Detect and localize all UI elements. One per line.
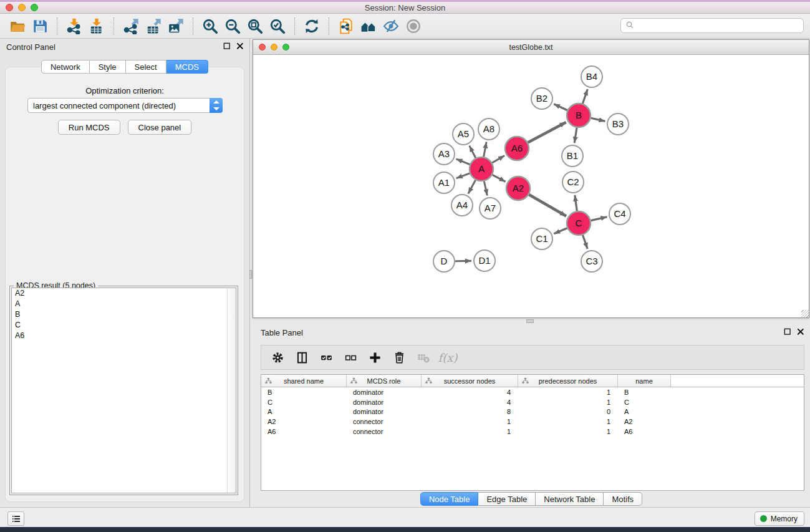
show-all-button[interactable] <box>402 16 425 36</box>
mcds-result-item[interactable]: A <box>12 299 236 309</box>
zoom-fit-button[interactable] <box>244 16 266 36</box>
graph-node-A7[interactable]: A7 <box>480 198 501 219</box>
graph-node-C[interactable]: C <box>567 211 591 235</box>
float-panel-button[interactable] <box>223 42 231 51</box>
function-builder-button[interactable]: f(x) <box>438 348 458 367</box>
tab-network[interactable]: Network <box>41 60 90 74</box>
table-row[interactable]: Adominator80A <box>261 407 804 417</box>
export-network-button[interactable] <box>120 16 142 36</box>
table-row[interactable]: Cdominator41C <box>261 397 804 407</box>
run-mcds-button[interactable]: Run MCDS <box>58 120 120 135</box>
table-cell[interactable]: 1 <box>518 397 618 407</box>
apply-layout-button[interactable] <box>301 16 323 36</box>
zoom-in-button[interactable] <box>199 16 221 36</box>
memory-button[interactable]: Memory <box>755 511 804 526</box>
mcds-result-item[interactable]: A2 <box>12 288 236 299</box>
tab-network-table[interactable]: Network Table <box>536 492 604 506</box>
export-table-button[interactable] <box>142 16 165 36</box>
network-canvas[interactable]: AA1A2A3A4A5A6A7A8BB1B2B3B4CC1C2C3C4DD1 <box>253 56 809 317</box>
graph-edge-C-C1[interactable] <box>554 228 567 234</box>
show-columns-button[interactable] <box>292 348 312 367</box>
close-table-panel-button[interactable] <box>796 327 805 336</box>
table-cell[interactable]: dominator <box>347 387 422 397</box>
tab-select[interactable]: Select <box>126 60 166 74</box>
table-cell[interactable]: 4 <box>422 387 518 397</box>
table-cell[interactable]: 8 <box>422 407 518 417</box>
delete-column-button[interactable] <box>389 348 409 367</box>
graph-node-A4[interactable]: A4 <box>451 195 473 216</box>
close-panel-button[interactable] <box>236 42 244 51</box>
table-cell[interactable]: A6 <box>261 427 347 437</box>
graph-node-B3[interactable]: B3 <box>607 114 629 135</box>
table-cell[interactable]: connector <box>347 427 422 437</box>
table-cell[interactable]: 1 <box>422 417 518 427</box>
column-header-successor-nodes[interactable]: successor nodes <box>422 375 518 387</box>
graph-node-A5[interactable]: A5 <box>453 123 474 145</box>
search-input[interactable] <box>639 19 803 32</box>
graph-edge-A-A2[interactable] <box>493 175 506 181</box>
select-all-rows-button[interactable] <box>316 348 336 367</box>
table-cell[interactable]: A <box>261 407 347 417</box>
table-cell[interactable]: 1 <box>518 427 618 437</box>
column-header-MCDS-role[interactable]: MCDS role <box>347 375 422 387</box>
graph-node-C4[interactable]: C4 <box>609 203 630 225</box>
table-cell[interactable]: A <box>618 407 671 417</box>
graph-edge-A-A7[interactable] <box>484 181 487 196</box>
graph-node-A6[interactable]: A6 <box>505 137 529 160</box>
tab-node-table[interactable]: Node Table <box>420 492 479 506</box>
graph-edge-A-A5[interactable] <box>470 146 476 158</box>
graph-edge-A2-C[interactable] <box>529 195 566 216</box>
graph-edge-C-C2[interactable] <box>575 195 577 211</box>
table-cell[interactable]: A2 <box>618 417 671 427</box>
tab-style[interactable]: Style <box>90 60 126 74</box>
graph-node-C3[interactable]: C3 <box>581 251 602 272</box>
table-row[interactable]: A6connector11A6 <box>261 427 804 437</box>
save-session-button[interactable] <box>29 16 51 36</box>
deselect-all-rows-button[interactable] <box>340 348 360 367</box>
tab-edge-table[interactable]: Edge Table <box>478 492 536 506</box>
graph-node-A[interactable]: A <box>470 157 493 181</box>
task-history-button[interactable] <box>7 511 24 526</box>
export-image-button[interactable] <box>165 16 187 36</box>
graph-edge-A-A8[interactable] <box>484 142 486 157</box>
graph-edge-B-B2[interactable] <box>554 104 567 110</box>
graph-edge-B-B4[interactable] <box>582 89 587 104</box>
graph-edge-B-B1[interactable] <box>574 128 577 143</box>
graph-node-C1[interactable]: C1 <box>531 228 552 249</box>
open-session-button[interactable] <box>6 16 29 36</box>
mcds-result-item[interactable]: C <box>12 320 236 331</box>
graph-node-C2[interactable]: C2 <box>562 172 584 193</box>
table-cell[interactable]: A6 <box>618 427 671 437</box>
table-cell[interactable]: C <box>261 397 347 407</box>
graph-edge-A-A6[interactable] <box>492 156 504 163</box>
graph-edge-B-B3[interactable] <box>591 118 605 121</box>
table-cell[interactable]: A2 <box>261 417 347 427</box>
graph-node-A2[interactable]: A2 <box>506 177 530 200</box>
table-cell[interactable]: 1 <box>518 387 618 397</box>
table-cell[interactable]: B <box>618 387 671 397</box>
table-cell[interactable]: 4 <box>422 397 518 407</box>
graph-edge-A6-B[interactable] <box>528 122 566 143</box>
network-window-titlebar[interactable]: testGlobe.txt <box>253 40 809 55</box>
table-cell[interactable]: dominator <box>347 407 422 417</box>
table-cell[interactable]: 1 <box>518 417 618 427</box>
graph-node-D1[interactable]: D1 <box>474 250 495 271</box>
table-settings-button[interactable] <box>268 348 287 367</box>
graph-node-B1[interactable]: B1 <box>562 145 583 167</box>
table-row[interactable]: A2connector11A2 <box>261 417 804 427</box>
vertical-split-handle[interactable] <box>249 270 252 279</box>
graph-edge-A-A4[interactable] <box>468 180 476 194</box>
network-from-selection-button[interactable] <box>335 16 357 36</box>
tab-mcds[interactable]: MCDS <box>166 60 208 74</box>
first-neighbors-button[interactable] <box>357 16 380 36</box>
import-table-button[interactable] <box>85 16 108 36</box>
column-header-predecessor-nodes[interactable]: predecessor nodes <box>518 375 618 387</box>
column-header-name[interactable]: name <box>618 375 671 387</box>
close-panel-button-mcds[interactable]: Close panel <box>128 120 192 135</box>
add-column-button[interactable] <box>365 348 385 367</box>
table-cell[interactable]: 0 <box>518 407 618 417</box>
graph-edge-A-A1[interactable] <box>456 173 470 178</box>
graph-node-B[interactable]: B <box>567 104 591 127</box>
graph-node-B2[interactable]: B2 <box>531 88 552 109</box>
graph-node-A8[interactable]: A8 <box>478 118 499 140</box>
